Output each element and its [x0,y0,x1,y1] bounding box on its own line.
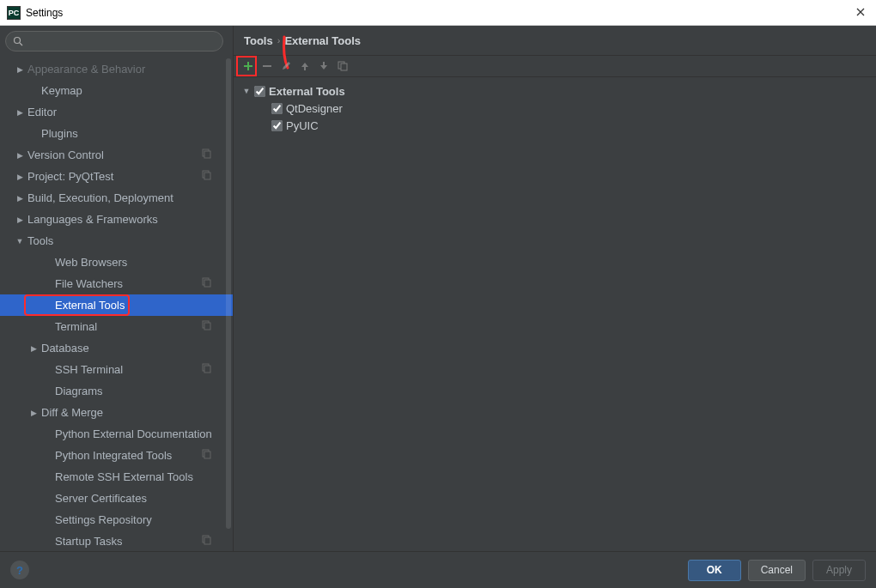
external-tool-checkbox[interactable] [271,103,283,114]
svg-rect-14 [204,537,210,544]
triangle-right-icon: ▶ [15,65,24,74]
project-scope-icon [202,277,212,290]
apply-button[interactable]: Apply [812,560,866,581]
move-down-button[interactable] [314,57,333,76]
sidebar-item-database[interactable]: ▶Database [0,337,233,359]
add-button[interactable] [239,57,258,76]
sidebar-item-file-watchers[interactable]: ▶File Watchers [0,273,233,294]
svg-rect-4 [204,173,210,179]
sidebar-item-label: File Watchers [55,277,123,290]
external-tool-label: PyUIC [286,119,319,132]
window-close-button[interactable] [850,3,871,21]
svg-rect-10 [204,366,210,373]
triangle-right-icon: ▶ [15,173,24,181]
sidebar-item-ssh-terminal[interactable]: ▶SSH Terminal [0,359,233,380]
sidebar-item-server-certificates[interactable]: ▶Server Certificates [0,488,233,509]
sidebar-item-label: Settings Repository [55,513,152,526]
sidebar-item-build-execution-deployment[interactable]: ▶Build, Execution, Deployment [0,187,233,209]
project-scope-icon [202,449,212,462]
sidebar-item-remote-ssh-external-tools[interactable]: ▶Remote SSH External Tools [0,466,233,488]
sidebar-item-languages-frameworks[interactable]: ▶Languages & Frameworks [0,209,233,230]
svg-rect-2 [204,151,210,158]
sidebar-item-label: External Tools [55,299,125,312]
project-scope-icon [202,170,212,183]
external-tool-row[interactable]: PyUIC [242,117,867,134]
external-tools-toolbar [234,55,876,77]
copy-button[interactable] [333,57,352,76]
tools-group-label: External Tools [269,85,345,98]
sidebar-item-label: Diff & Merge [41,406,103,419]
ok-button[interactable]: OK [688,560,741,581]
settings-main-panel: Tools › External Tools [234,26,876,551]
triangle-right-icon: ▶ [15,108,24,117]
project-scope-icon [202,535,212,548]
sidebar-item-label: Appearance & Behavior [27,63,145,76]
arrow-up-icon [300,61,310,71]
chevron-right-icon: › [277,35,281,45]
sidebar-item-label: Tools [27,234,53,247]
sidebar-item-label: Terminal [55,320,97,333]
triangle-down-icon: ▼ [242,87,251,95]
sidebar-item-diff-merge[interactable]: ▶Diff & Merge [0,402,233,423]
breadcrumb: Tools › External Tools [234,26,876,55]
close-icon [856,8,865,16]
triangle-right-icon: ▶ [15,194,24,203]
cancel-button[interactable]: Cancel [748,560,806,581]
sidebar-item-external-tools[interactable]: ▶External Tools [0,294,233,316]
search-box[interactable] [5,31,223,52]
sidebar-item-label: Web Browsers [55,256,127,269]
arrow-down-icon [319,61,329,71]
search-input[interactable] [28,35,216,47]
sidebar-item-plugins[interactable]: ▶Plugins [0,123,233,144]
sidebar-item-label: Remote SSH External Tools [55,470,193,483]
sidebar-item-label: Diagrams [55,385,103,397]
plus-icon [243,61,253,71]
sidebar-item-project-pyqttest[interactable]: ▶Project: PyQtTest [0,166,233,187]
move-up-button[interactable] [295,57,314,76]
sidebar-scrollbar[interactable] [226,58,231,529]
breadcrumb-leaf: External Tools [284,34,361,47]
sidebar-item-keymap[interactable]: ▶Keymap [0,80,233,101]
sidebar-item-web-browsers[interactable]: ▶Web Browsers [0,252,233,273]
breadcrumb-root[interactable]: Tools [244,34,273,47]
edit-button[interactable] [277,57,295,76]
sidebar-item-label: Build, Execution, Deployment [27,191,173,204]
app-icon: PC [7,6,21,20]
triangle-down-icon: ▼ [15,237,24,246]
sidebar-item-version-control[interactable]: ▶Version Control [0,144,233,166]
sidebar-item-diagrams[interactable]: ▶Diagrams [0,380,233,402]
sidebar-item-appearance-behavior[interactable]: ▶Appearance & Behavior [0,58,233,80]
svg-rect-8 [204,323,210,330]
help-button[interactable]: ? [10,561,29,579]
sidebar-item-settings-repository[interactable]: ▶Settings Repository [0,509,233,530]
project-scope-icon [202,320,212,333]
settings-tree[interactable]: ▶Appearance & Behavior▶Keymap▶Editor▶Plu… [0,57,233,551]
sidebar-item-label: Plugins [41,127,78,140]
external-tool-checkbox[interactable] [271,120,283,131]
copy-icon [338,61,348,71]
sidebar-item-label: Python Integrated Tools [55,449,172,462]
sidebar-item-terminal[interactable]: ▶Terminal [0,316,233,337]
external-tool-label: QtDesigner [286,102,343,115]
sidebar-item-label: SSH Terminal [55,363,123,376]
settings-sidebar: ▶Appearance & Behavior▶Keymap▶Editor▶Plu… [0,26,234,551]
triangle-right-icon: ▶ [15,151,24,160]
tools-group-row[interactable]: ▼ External Tools [242,82,867,100]
sidebar-item-python-integrated-tools[interactable]: ▶Python Integrated Tools [0,445,233,466]
triangle-right-icon: ▶ [29,344,38,353]
sidebar-item-startup-tasks[interactable]: ▶Startup Tasks [0,530,233,551]
project-scope-icon [202,149,212,161]
sidebar-item-tools[interactable]: ▼Tools [0,230,233,252]
external-tool-row[interactable]: QtDesigner [242,100,867,117]
triangle-right-icon: ▶ [29,409,38,417]
sidebar-item-editor[interactable]: ▶Editor [0,101,233,123]
tools-group-checkbox[interactable] [254,86,265,97]
window-titlebar: PC Settings [0,0,876,26]
search-icon [13,36,23,46]
sidebar-item-label: Editor [27,106,57,118]
sidebar-item-python-external-documentation[interactable]: ▶Python External Documentation [0,423,233,445]
dialog-button-bar: ? OK Cancel Apply [0,551,876,588]
sidebar-item-label: Server Certificates [55,492,147,505]
svg-point-0 [15,38,21,44]
remove-button[interactable] [258,57,277,76]
